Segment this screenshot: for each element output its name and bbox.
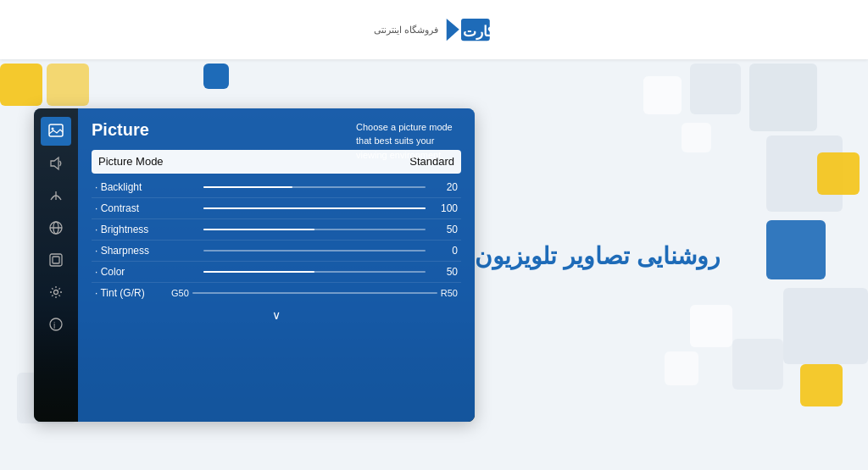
sharpness-label: · Sharpness <box>95 245 197 257</box>
sharpness-row: · Sharpness 0 <box>92 241 461 262</box>
tint-row: · Tint (G/R) G50 R50 <box>92 283 461 303</box>
sidebar-icon-channel <box>41 181 71 210</box>
contrast-slider <box>203 207 426 209</box>
tint-g-value: G50 <box>171 288 189 298</box>
svg-marker-0 <box>447 19 459 41</box>
brightness-row: · Brightness 50 <box>92 219 461 241</box>
color-value: 50 <box>432 266 458 278</box>
svg-point-4 <box>52 127 54 130</box>
scroll-down-indicator: ∨ <box>92 308 461 322</box>
svg-point-12 <box>54 290 58 294</box>
right-content: روشنایی تصاویر تلویزیون <box>475 242 834 287</box>
picture-mode-label: Picture Mode <box>98 155 200 168</box>
tint-label: · Tint (G/R) <box>95 287 171 299</box>
logo-icon: کارت <box>443 13 494 47</box>
svg-point-13 <box>50 318 62 330</box>
tint-r-value: R50 <box>441 288 458 298</box>
main-content: i Picture Picture Mode Standard · Backli… <box>0 59 868 470</box>
contrast-value: 100 <box>432 202 458 214</box>
sharpness-slider <box>203 250 426 252</box>
logo: فروشگاه اینترنتی کارت <box>374 13 494 47</box>
page-title: روشنایی تصاویر تلویزیون <box>475 242 721 270</box>
sidebar-icon-network <box>41 213 71 242</box>
svg-rect-10 <box>50 254 62 266</box>
contrast-row: · Contrast 100 <box>92 198 461 219</box>
svg-text:i: i <box>53 321 55 330</box>
backlight-label: · Backlight <box>95 181 197 193</box>
osd-description: Choose a picture mode that best suits yo… <box>356 120 466 163</box>
tint-slider <box>192 292 437 294</box>
osd-panel: Picture Picture Mode Standard · Backligh… <box>78 108 475 422</box>
contrast-label: · Contrast <box>95 202 197 214</box>
color-label: · Color <box>95 266 197 278</box>
color-row: · Color 50 <box>92 262 461 283</box>
color-slider <box>203 271 426 273</box>
svg-marker-5 <box>51 158 58 169</box>
svg-rect-11 <box>53 257 59 263</box>
backlight-value: 20 <box>432 181 458 193</box>
sidebar-icon-picture <box>41 117 71 146</box>
backlight-slider <box>203 186 426 188</box>
sidebar-icon-settings <box>41 278 71 307</box>
osd-sidebar: i <box>34 108 78 422</box>
sidebar-icon-smart <box>41 246 71 274</box>
svg-text:کارت: کارت <box>463 24 495 41</box>
brightness-value: 50 <box>432 224 458 235</box>
brightness-slider <box>203 229 426 230</box>
tv-screen: i Picture Picture Mode Standard · Backli… <box>34 108 475 422</box>
sidebar-icon-sound <box>41 149 71 178</box>
brightness-label: · Brightness <box>95 224 197 235</box>
sharpness-value: 0 <box>432 245 458 257</box>
backlight-row: · Backlight 20 <box>92 177 461 198</box>
header: فروشگاه اینترنتی کارت <box>0 0 868 59</box>
logo-fa-text: فروشگاه اینترنتی <box>374 24 438 36</box>
osd-overlay: i Picture Picture Mode Standard · Backli… <box>34 108 475 422</box>
sidebar-icon-support: i <box>41 310 71 339</box>
